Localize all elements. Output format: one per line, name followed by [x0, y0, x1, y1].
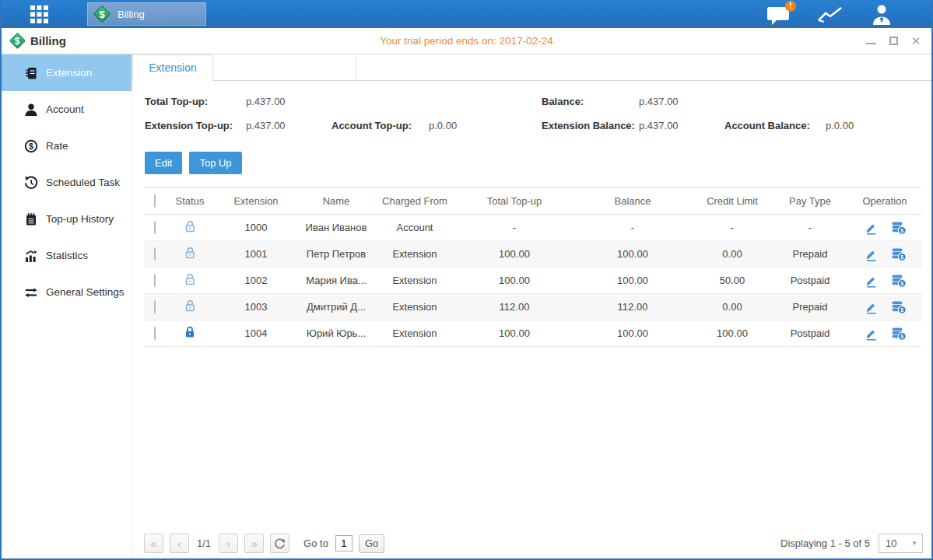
table-row: 1004Юрий Юрь...Extension100.00100.00100.…: [144, 320, 922, 347]
billing-summary: Total Top-up: p.437.00 Balance: p.437.00…: [132, 94, 933, 144]
goto-page-input[interactable]: [335, 535, 353, 551]
trial-period-message: Your trial period ends on: 2017-02-24: [2, 35, 931, 47]
sidebar-item-extension[interactable]: Extension: [2, 54, 132, 91]
sidebar-item-account[interactable]: Account: [2, 91, 132, 128]
col-extension: Extension: [214, 188, 298, 215]
name-cell: Иван Иванов: [298, 215, 374, 241]
status-cell: [166, 241, 214, 268]
messages-icon[interactable]: !: [766, 4, 791, 25]
sidebar-item-label: Extension: [46, 67, 92, 79]
row-checkbox[interactable]: [154, 300, 156, 313]
balance-cell: -: [573, 215, 692, 241]
resource-monitor-icon[interactable]: [817, 4, 844, 24]
refresh-button[interactable]: [270, 534, 289, 553]
row-checkbox[interactable]: [154, 247, 156, 261]
sidebar-item-topup-history[interactable]: Top-up History: [2, 201, 132, 237]
table-row: 1002Мария Ива...Extension100.00100.0050.…: [144, 268, 922, 294]
operation-cell: $: [847, 215, 922, 241]
table-row: 1001Петр ПетровExtension100.00100.000.00…: [144, 241, 922, 268]
billing-app-window: $ Billing !: [0, 0, 933, 560]
top-up-row-icon[interactable]: $: [891, 300, 907, 314]
user-account-icon[interactable]: [869, 4, 894, 25]
balance-cell: 112.00: [573, 294, 692, 320]
name-cell: Юрий Юрь...: [298, 320, 374, 347]
col-charged-from: Charged From: [374, 188, 455, 215]
top-up-row-icon[interactable]: $: [891, 327, 907, 341]
charged-from-cell: Extension: [374, 268, 455, 294]
total-topup-cell: 100.00: [455, 268, 573, 294]
extension-balance-label: Extension Balance:: [542, 120, 635, 131]
tab-bar-spacer: [213, 54, 356, 80]
charged-from-cell: Extension: [374, 241, 455, 268]
minimize-button[interactable]: [865, 35, 877, 47]
row-checkbox[interactable]: [154, 221, 156, 234]
extension-topup-value: p.437.00: [246, 120, 286, 131]
page-indicator: 1/1: [197, 537, 211, 549]
balance-value: p.437.00: [639, 96, 679, 107]
edit-row-icon[interactable]: [864, 327, 878, 341]
total-topup-cell: -: [455, 215, 573, 241]
sidebar: Extension Account $ Rate: [2, 54, 132, 558]
taskbar-tab-billing[interactable]: $ Billing: [87, 2, 206, 26]
page-size-value: 10: [886, 537, 896, 549]
tab-extension[interactable]: Extension: [132, 54, 213, 81]
window-app-identity: $ Billing: [9, 33, 66, 49]
prev-page-button[interactable]: ‹: [170, 534, 189, 553]
page-size-select[interactable]: 10 ▼: [879, 534, 923, 553]
notification-badge: !: [785, 1, 796, 12]
rate-icon: $: [24, 139, 38, 153]
scheduled-task-icon: [24, 176, 38, 190]
sidebar-item-rate[interactable]: $ Rate: [2, 128, 132, 164]
name-cell: Дмитрий Д...: [298, 294, 374, 320]
app-launcher-icon[interactable]: [28, 3, 51, 26]
sidebar-item-general-settings[interactable]: General Settings: [2, 274, 132, 310]
edit-row-icon[interactable]: [864, 274, 878, 288]
name-cell: Мария Ива...: [298, 268, 374, 294]
name-cell: Петр Петров: [298, 241, 374, 268]
row-checkbox[interactable]: [154, 327, 156, 340]
edit-row-icon[interactable]: [864, 300, 878, 314]
account-icon: [24, 103, 38, 117]
row-checkbox-cell: [144, 320, 166, 347]
maximize-button[interactable]: [887, 35, 900, 47]
edit-button[interactable]: Edit: [145, 152, 182, 174]
svg-text:$: $: [900, 254, 903, 260]
status-cell: [166, 268, 214, 294]
sidebar-item-label: Top-up History: [46, 213, 114, 225]
table-row: 1003Дмитрий Д...Extension112.00112.000.0…: [144, 294, 922, 320]
extension-icon: [24, 66, 38, 80]
go-button[interactable]: Go: [359, 534, 384, 553]
top-up-row-icon[interactable]: $: [891, 247, 907, 261]
operation-cell: $: [847, 268, 922, 294]
row-checkbox-cell: [144, 215, 166, 241]
select-all-checkbox[interactable]: [154, 194, 156, 208]
last-page-button[interactable]: »: [244, 534, 264, 553]
credit-limit-cell: 0.00: [692, 241, 773, 268]
extension-cell: 1003: [214, 294, 298, 320]
row-checkbox-cell: [144, 241, 166, 268]
top-up-row-icon[interactable]: $: [891, 274, 907, 288]
balance-cell: 100.00: [573, 320, 692, 347]
balance-label: Balance:: [542, 96, 584, 107]
close-button[interactable]: ✕: [910, 35, 922, 47]
pagination-bar: « ‹ 1/1 › » Go to Go Displaying 1 - 5 of…: [144, 534, 923, 553]
total-topup-value: p.437.00: [246, 96, 286, 107]
extension-balance-value: p.437.00: [639, 120, 679, 131]
sidebar-item-statistics[interactable]: Statistics: [2, 237, 132, 274]
top-up-button[interactable]: Top Up: [189, 152, 241, 174]
extensions-table: Status Extension Name Charged From Total…: [144, 187, 922, 347]
status-cell: [166, 215, 214, 241]
next-page-button[interactable]: ›: [219, 534, 238, 553]
edit-row-icon[interactable]: [864, 221, 878, 235]
col-name: Name: [298, 188, 374, 215]
operation-cell: $: [847, 294, 922, 320]
svg-text:$: $: [29, 141, 33, 150]
refresh-icon: [274, 537, 286, 549]
pay-type-cell: -: [773, 215, 847, 241]
row-checkbox[interactable]: [154, 274, 156, 287]
edit-row-icon[interactable]: [864, 247, 878, 261]
col-total-topup: Total Top-up: [455, 188, 573, 215]
first-page-button[interactable]: «: [144, 534, 163, 553]
top-up-row-icon[interactable]: $: [891, 221, 907, 235]
sidebar-item-scheduled-task[interactable]: Scheduled Task: [2, 164, 132, 201]
